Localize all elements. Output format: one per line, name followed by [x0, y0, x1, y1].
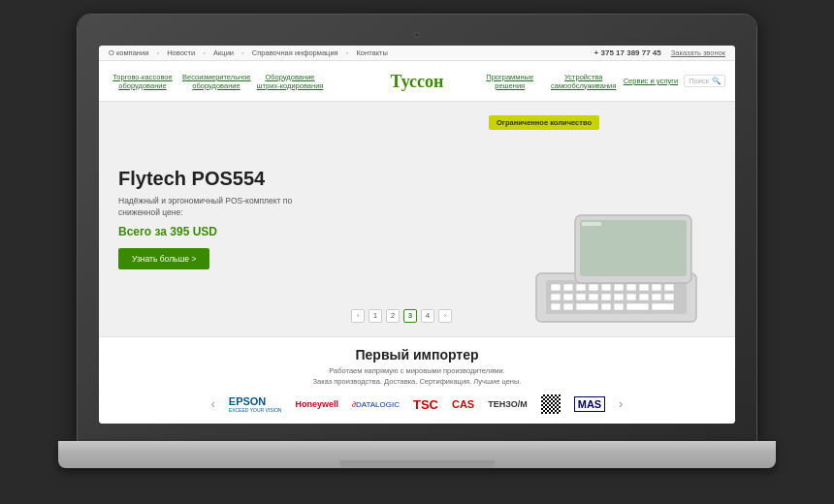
partner-epson: EPSONEXCEED YOUR VISION [229, 395, 282, 413]
partner-honeywell: Honeywell [295, 399, 338, 409]
svg-rect-3 [563, 284, 573, 291]
laptop-camera [414, 32, 420, 38]
sep3: • [241, 48, 244, 57]
sep2: • [203, 48, 206, 57]
svg-rect-10 [652, 284, 661, 291]
nav-kiosk[interactable]: Устройства самообслуживания [550, 73, 618, 90]
partners-prev-arrow[interactable]: ‹ [211, 397, 215, 411]
main-nav: Торгово-кассовое оборудование Весоизмери… [99, 61, 735, 102]
svg-rect-28 [652, 303, 674, 310]
nav-contacts[interactable]: Контакты [356, 48, 387, 57]
callback-link[interactable]: Заказать звонок [671, 48, 725, 57]
pagination-4[interactable]: 4 [421, 309, 434, 323]
pagination-2[interactable]: 2 [386, 309, 400, 323]
nav-about[interactable]: О компании [109, 48, 148, 57]
nav-software[interactable]: Программные решения [476, 73, 544, 90]
partners-next-arrow[interactable]: › [619, 397, 623, 411]
laptop: О компании • Новости • Акции • Справочна… [58, 15, 776, 489]
laptop-screen: О компании • Новости • Акции • Справочна… [99, 46, 735, 424]
sep1: • [156, 48, 159, 57]
nav-links-right: Программные решения Устройства самообслу… [456, 73, 725, 90]
pagination-1[interactable]: 1 [369, 309, 382, 323]
hero-title: Flytech POS554 [118, 168, 332, 190]
partner-mas: MAS [574, 396, 605, 412]
pagination-3[interactable]: 3 [403, 309, 417, 323]
svg-rect-13 [563, 294, 573, 300]
svg-rect-23 [563, 303, 573, 310]
svg-rect-21 [664, 294, 674, 300]
nav-news[interactable]: Новости [167, 48, 195, 57]
svg-rect-9 [639, 284, 649, 291]
nav-service[interactable]: Сервис и услуги [624, 77, 679, 85]
svg-rect-2 [551, 284, 561, 291]
phone-number: + 375 17 389 77 45 [594, 48, 661, 57]
laptop-base [58, 441, 776, 468]
svg-rect-17 [614, 294, 624, 300]
svg-rect-12 [551, 294, 561, 300]
svg-rect-27 [626, 303, 649, 310]
svg-rect-24 [576, 303, 598, 310]
top-right: + 375 17 389 77 45 Заказать звонок [594, 48, 725, 57]
search-icon: 🔍 [712, 77, 721, 85]
svg-rect-31 [582, 222, 601, 226]
svg-rect-5 [589, 284, 598, 291]
pagination: ‹ 1 2 3 4 › [351, 309, 452, 323]
search-box[interactable]: Поиск 🔍 [684, 75, 725, 87]
hero-price: Всего за 395 USD [118, 225, 332, 238]
svg-rect-19 [639, 294, 649, 300]
partners-section: Первый импортер Работаем напрямую с миро… [99, 336, 735, 425]
top-bar: О компании • Новости • Акции • Справочна… [99, 46, 735, 61]
laptop-bezel: О компании • Новости • Акции • Справочна… [78, 15, 756, 441]
svg-rect-18 [626, 294, 636, 300]
svg-rect-25 [601, 303, 611, 310]
sep4: • [346, 48, 349, 57]
svg-rect-7 [614, 284, 624, 291]
nav-scales[interactable]: Весоизмерительное оборудование [182, 73, 250, 90]
search-placeholder: Поиск [689, 77, 709, 85]
pagination-next[interactable]: › [438, 309, 452, 323]
svg-rect-16 [601, 294, 611, 300]
svg-rect-30 [580, 220, 687, 276]
partner-qr [541, 394, 561, 414]
pagination-prev[interactable]: ‹ [351, 309, 365, 323]
partner-datalogic: ∂DATALOGIC [352, 400, 400, 409]
hero-subtitle: Надёжный и эргономичный POS-комплект по … [118, 196, 332, 219]
svg-rect-11 [664, 284, 674, 291]
nav-pos[interactable]: Торгово-кассовое оборудование [109, 73, 176, 90]
top-nav: О компании • Новости • Акции • Справочна… [109, 48, 388, 57]
pos-terminal-image [522, 201, 716, 327]
hero-cta-button[interactable]: Узнать больше > [118, 248, 209, 269]
nav-barcode[interactable]: Оборудование штрих-кодирования [256, 73, 324, 90]
pos-terminal-svg [522, 201, 716, 327]
partner-cas: CAS [452, 398, 474, 410]
hero-content: Flytech POS554 Надёжный и эргономичный P… [118, 168, 332, 269]
partners-subtitle: Работаем напрямую с мировыми производите… [114, 365, 720, 388]
svg-rect-4 [576, 284, 586, 291]
partner-tenzor: ТЕНЗО/М [488, 399, 528, 409]
partners-row: ‹ EPSONEXCEED YOUR VISION Honeywell ∂DAT… [114, 394, 720, 414]
partner-tsc: TSC [413, 397, 438, 412]
hero-badge: Ограниченное количество [489, 115, 599, 130]
nav-links-left: Торгово-кассовое оборудование Весоизмери… [109, 73, 378, 90]
hero-section: Flytech POS554 Надёжный и эргономичный P… [99, 102, 735, 336]
website: О компании • Новости • Акции • Справочна… [99, 46, 735, 424]
svg-rect-26 [614, 303, 624, 310]
svg-rect-8 [626, 284, 636, 291]
logo-area: Туссон [388, 73, 446, 90]
svg-rect-22 [551, 303, 561, 310]
logo[interactable]: Туссон [391, 73, 444, 90]
partners-title: Первый импортер [114, 347, 720, 362]
svg-rect-20 [652, 294, 661, 300]
svg-rect-6 [601, 284, 611, 291]
nav-reference[interactable]: Справочная информация [252, 48, 338, 57]
nav-promo[interactable]: Акции [213, 48, 234, 57]
svg-rect-14 [576, 294, 586, 300]
svg-rect-15 [589, 294, 598, 300]
